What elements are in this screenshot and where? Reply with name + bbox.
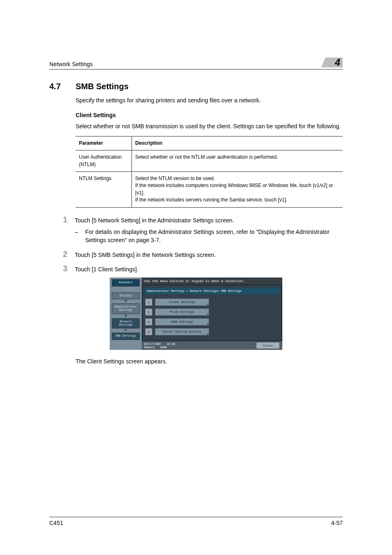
screenshot-main-panel: Administrator Settings > Network Setting…	[142, 284, 282, 341]
chevron-down-icon: ▼	[125, 329, 127, 332]
footer-date: 06/17/2007	[144, 342, 161, 346]
step-number: 2	[58, 250, 67, 259]
sidebar-item-admin-settings[interactable]: Administrator Settings	[112, 303, 140, 314]
close-button[interactable]: Close	[256, 342, 280, 349]
subsection-heading: Client Settings	[76, 111, 343, 119]
running-head: Network Settings	[49, 61, 93, 67]
chapter-number: 4	[335, 58, 340, 67]
chapter-marker: 4	[321, 58, 343, 67]
table-cell-desc: Select the NTLM version to be used. If t…	[132, 172, 343, 208]
step-text: Touch [1 Client Settings].	[75, 265, 343, 273]
footer-page-number: 4-57	[331, 520, 343, 526]
chevron-down-icon: ▼	[125, 315, 127, 317]
menu-row: 1 Client Settings	[145, 298, 279, 306]
menu-row: 3 WINS Settings	[145, 318, 279, 326]
screenshot-sidebar: Bookmark Utility ▼ Administrator Setting…	[110, 278, 142, 350]
footer-memory-value: 100%	[160, 346, 167, 349]
footer-time: 18:30	[167, 342, 175, 346]
table-cell-param: User Authentication (NTLM)	[76, 150, 132, 172]
breadcrumb: Administrator Settings > Network Setting…	[145, 288, 279, 294]
sidebar-item-smb-settings[interactable]: SMB Settings	[112, 333, 140, 340]
step-result-text: The Client Settings screen appears.	[76, 357, 343, 365]
menu-print-settings-button[interactable]: Print Settings	[155, 308, 209, 316]
sidebar-item-utility[interactable]: Utility	[112, 292, 140, 300]
table-row: User Authentication (NTLM) Select whethe…	[76, 150, 343, 172]
menu-direct-hosting-button[interactable]: Direct Hosting Setting	[155, 328, 209, 335]
menu-number: 2	[145, 308, 152, 316]
step-number: 1	[58, 215, 67, 224]
footer-memory-label: Memory	[144, 346, 154, 349]
section-title: SMB Settings	[76, 82, 129, 91]
menu-number: 1	[145, 298, 152, 306]
menu-number: 4	[145, 328, 152, 335]
table-cell-desc: Select whether or not the NTLM user auth…	[132, 150, 343, 172]
menu-client-settings-button[interactable]: Client Settings	[155, 298, 209, 306]
table-header-description: Description	[132, 136, 343, 150]
menu-row: 2 Print Settings	[145, 308, 279, 316]
dash-icon: –	[75, 228, 79, 245]
embedded-screenshot: Bookmark Utility ▼ Administrator Setting…	[110, 278, 282, 350]
screenshot-instruction: Use the menu buttons or keypad to make a…	[142, 278, 282, 284]
sidebar-item-network-settings[interactable]: Network Settings	[112, 318, 140, 328]
step-text: Touch [5 Network Setting] in the Adminis…	[75, 216, 343, 224]
page-header: Network Settings 4	[49, 58, 343, 69]
step-item: 1 Touch [5 Network Setting] in the Admin…	[58, 215, 343, 224]
menu-wins-settings-button[interactable]: WINS Settings	[155, 318, 209, 326]
step-sub-item: – For details on displaying the Administ…	[75, 228, 343, 245]
step-number: 3	[58, 264, 67, 273]
section-number: 4.7	[49, 82, 66, 96]
step-item: 2 Touch [5 SMB Settings] in the Network …	[58, 250, 343, 259]
page-footer: C451 4-57	[49, 517, 343, 526]
section-intro: Specify the settings for sharing printer…	[76, 96, 343, 104]
step-sub-text: For details on displaying the Administra…	[85, 228, 343, 245]
menu-row: 4 Direct Hosting Setting	[145, 328, 279, 335]
step-item: 3 Touch [1 Client Settings].	[58, 264, 343, 273]
step-text: Touch [5 SMB Settings] in the Network Se…	[75, 251, 343, 259]
subsection-desc: Select whether or not SMB transmission i…	[76, 122, 343, 130]
footer-model: C451	[49, 520, 63, 526]
table-row: NTLM Settings Select the NTLM version to…	[76, 172, 343, 208]
menu-number: 3	[145, 318, 152, 326]
parameter-table: Parameter Description User Authenticatio…	[76, 136, 343, 208]
bookmark-button[interactable]: Bookmark	[112, 279, 140, 287]
table-header-parameter: Parameter	[76, 136, 132, 150]
table-cell-param: NTLM Settings	[76, 172, 132, 208]
screenshot-footer: 06/17/2007 18:30 Memory 100% Close	[142, 341, 282, 350]
chevron-down-icon: ▼	[125, 300, 127, 303]
